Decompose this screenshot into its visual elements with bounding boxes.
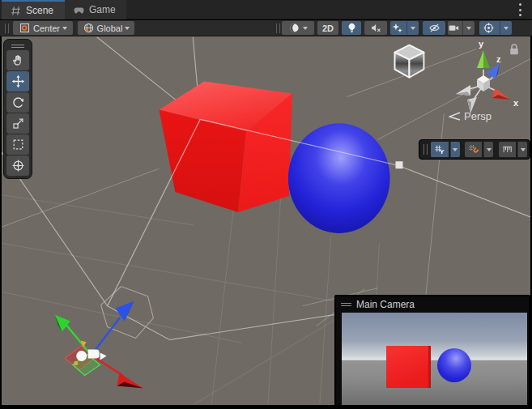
tool-hand[interactable] (6, 50, 29, 70)
gizmo-sphere-icon (483, 22, 495, 34)
grid-snapping-button[interactable] (465, 142, 482, 157)
effects-toggle[interactable] (390, 21, 404, 35)
audio-toggle[interactable] (364, 21, 387, 35)
reflection-probe-gizmo[interactable] (395, 45, 424, 78)
transform-icon (11, 159, 25, 173)
tab-scene[interactable]: Scene (2, 0, 65, 19)
camera-preview-panel: Main Camera (334, 295, 530, 405)
gizmos-dropdown-toggle[interactable] (479, 21, 512, 35)
move-gizmo (55, 301, 143, 389)
camera-settings-button[interactable] (448, 21, 460, 35)
gizmos-toggle[interactable] (479, 21, 497, 35)
tab-scene-label: Scene (26, 5, 53, 16)
persp-cone-icon (449, 112, 461, 121)
pivot-center-icon (19, 22, 31, 34)
grid-snap-overlay: Y (419, 139, 530, 160)
red-cube[interactable] (159, 82, 292, 213)
preview-red-cube (386, 346, 431, 388)
hand-icon (11, 53, 25, 67)
rotate-icon (11, 96, 25, 109)
scene-viewport[interactable]: Y (2, 36, 530, 405)
preview-drag-handle[interactable] (341, 303, 351, 306)
globe-icon (83, 22, 95, 34)
tab-game[interactable]: Game (65, 0, 126, 19)
hidden-objects-toggle[interactable] (423, 21, 445, 35)
tool-transform[interactable] (6, 156, 29, 176)
grid-snapping-caret[interactable] (483, 142, 493, 157)
snap-drag-handle[interactable] (423, 144, 428, 155)
chevron-down-icon (466, 27, 471, 30)
2d-toggle[interactable]: 2D (317, 21, 338, 35)
move-icon (11, 75, 25, 88)
2d-label: 2D (322, 23, 334, 33)
chevron-down-icon (62, 27, 67, 30)
scale-icon (11, 117, 25, 130)
svg-text:Y: Y (440, 148, 445, 156)
axis-neg-x-cone[interactable] (456, 85, 470, 96)
toolbar-drag-handle[interactable] (5, 23, 9, 33)
toolbar-drag-handle-right[interactable] (276, 23, 280, 33)
scene-grid-icon (10, 5, 22, 17)
camera-settings-dropdown[interactable] (448, 21, 475, 35)
shading-mode-dropdown[interactable] (282, 21, 314, 35)
effects-dropdown-toggle[interactable] (390, 21, 419, 35)
chevron-down-icon (125, 27, 130, 30)
increment-snap-button[interactable] (499, 142, 516, 157)
preview-blue-sphere (437, 348, 471, 382)
chevron-down-icon (504, 27, 509, 30)
tool-rotate[interactable] (6, 92, 29, 113)
effects-caret[interactable] (406, 21, 419, 35)
increment-snap-ruler-icon (501, 143, 513, 156)
grid-snap-magnet-icon (467, 143, 479, 156)
orientation-dropdown[interactable]: Global (78, 21, 134, 35)
tab-game-label: Game (89, 4, 116, 15)
gamepad-icon (73, 4, 85, 16)
camera-preview-title: Main Camera (356, 299, 415, 310)
rect-tool-icon (11, 138, 25, 151)
tool-scale[interactable] (6, 113, 29, 134)
increment-snap-caret[interactable] (517, 142, 527, 157)
blue-sphere[interactable] (288, 123, 390, 233)
tab-bar: Scene Game (0, 0, 532, 19)
lighting-toggle[interactable] (342, 21, 361, 35)
camera-gizmo-icon[interactable] (100, 353, 107, 360)
eye-slash-icon (428, 22, 440, 34)
video-camera-icon (448, 22, 460, 34)
lock-icon[interactable] (509, 43, 520, 56)
move-gizmo-x-arrow[interactable] (92, 355, 143, 388)
projection-toggle[interactable]: Persp (449, 110, 492, 122)
tool-move[interactable] (6, 71, 29, 92)
shaded-sphere-icon (288, 22, 300, 34)
tool-rect[interactable] (6, 134, 29, 155)
chevron-down-icon (303, 27, 308, 30)
camera-caret[interactable] (462, 21, 475, 35)
pivot-label: Center (33, 23, 60, 33)
orientation-label: Global (97, 23, 123, 33)
tools-overlay (3, 39, 32, 179)
axis-x-cone[interactable] (492, 88, 511, 100)
unity-scene-window: Scene Game Center (0, 0, 532, 409)
projection-label: Persp (464, 110, 492, 122)
chevron-down-icon (411, 27, 415, 30)
grid-handle-square[interactable] (396, 161, 403, 168)
grid-visibility-button[interactable]: Y (431, 142, 448, 157)
scene-toolbar: Center Global 2D (0, 20, 532, 36)
axis-label-y: y (479, 39, 484, 49)
sparkle-effects-icon (391, 22, 403, 34)
axis-center-cube[interactable] (477, 75, 490, 92)
grid-visibility-caret[interactable] (450, 142, 460, 157)
tools-drag-handle[interactable] (6, 42, 29, 49)
grid-y-icon: Y (433, 143, 445, 156)
camera-preview-titlebar[interactable]: Main Camera (336, 296, 529, 312)
axis-label-z: z (496, 54, 501, 64)
halo-gizmo-icon (74, 361, 78, 365)
speaker-muted-icon (370, 22, 382, 34)
kebab-menu-icon[interactable] (518, 3, 521, 16)
camera-preview-render (342, 313, 527, 405)
light-bulb-icon (346, 22, 358, 34)
move-gizmo-y-arrow[interactable] (55, 315, 92, 356)
axis-label-x: x (513, 98, 519, 108)
axis-y-cone[interactable] (477, 50, 490, 68)
pivot-dropdown[interactable]: Center (13, 21, 73, 35)
gizmos-caret[interactable] (500, 21, 512, 35)
